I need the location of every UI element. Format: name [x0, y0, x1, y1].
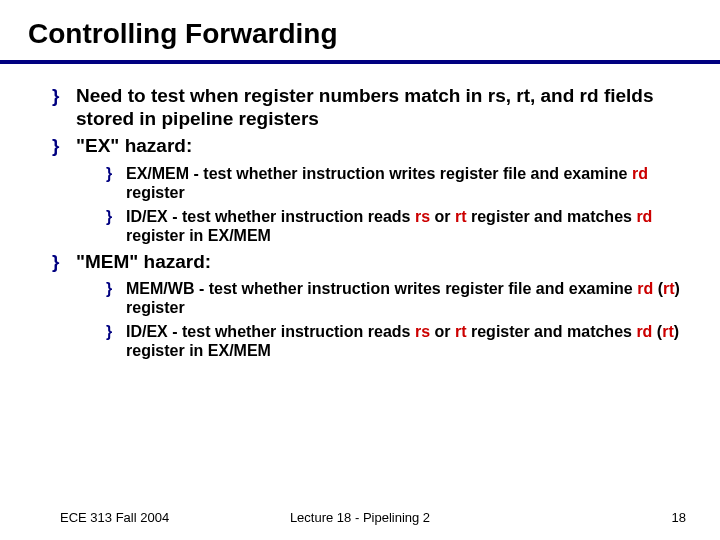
highlight-rt: rt [455, 323, 467, 340]
highlight-rt: rt [663, 280, 675, 297]
footer-lecture: Lecture 18 - Pipelining 2 [0, 510, 720, 525]
highlight-rt: rt [455, 208, 467, 225]
bullet-item: Need to test when register numbers match… [56, 84, 692, 130]
text-run: ( [652, 323, 662, 340]
text-run: EX/MEM - test whether instruction writes… [126, 165, 632, 182]
highlight-rs: rs [415, 208, 430, 225]
sub-bullet-list: EX/MEM - test whether instruction writes… [76, 164, 692, 246]
text-run: register and matches [467, 323, 637, 340]
text-run: register in EX/MEM [126, 227, 271, 244]
bullet-item: "EX" hazard: EX/MEM - test whether instr… [56, 134, 692, 245]
sub-bullet-item: ID/EX - test whether instruction reads r… [108, 207, 692, 246]
text-run: or [430, 208, 455, 225]
text-run: register [126, 184, 185, 201]
highlight-rt: rt [662, 323, 674, 340]
sub-bullet-item: EX/MEM - test whether instruction writes… [108, 164, 692, 203]
title-divider [0, 60, 720, 64]
bullet-item: "MEM" hazard: MEM/WB - test whether inst… [56, 250, 692, 361]
highlight-rd: rd [637, 280, 653, 297]
bullet-list: Need to test when register numbers match… [28, 84, 692, 361]
text-run: register and matches [467, 208, 637, 225]
text-run: or [430, 323, 455, 340]
bullet-text: "EX" hazard: [76, 135, 192, 156]
text-run: ( [653, 280, 663, 297]
highlight-rd: rd [632, 165, 648, 182]
sub-bullet-item: ID/EX - test whether instruction reads r… [108, 322, 692, 361]
text-run: ID/EX - test whether instruction reads [126, 323, 415, 340]
sub-bullet-list: MEM/WB - test whether instruction writes… [76, 279, 692, 361]
highlight-rd: rd [636, 208, 652, 225]
highlight-rs: rs [415, 323, 430, 340]
bullet-text: "MEM" hazard: [76, 251, 211, 272]
highlight-rd: rd [636, 323, 652, 340]
text-run: MEM/WB - test whether instruction writes… [126, 280, 637, 297]
slide-title: Controlling Forwarding [28, 18, 692, 50]
text-run: ID/EX - test whether instruction reads [126, 208, 415, 225]
footer-page-number: 18 [672, 510, 686, 525]
sub-bullet-item: MEM/WB - test whether instruction writes… [108, 279, 692, 318]
